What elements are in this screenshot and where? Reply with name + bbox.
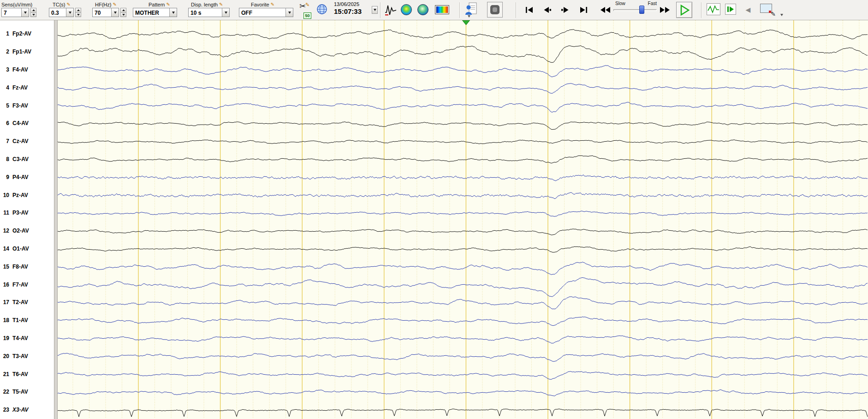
tc-combo[interactable]: 0.3 [49,8,74,17]
channel-label-P3-AV[interactable]: 11P3-AV [0,210,53,217]
patient-info-icon[interactable] [465,2,477,16]
channel-number: 18 [0,317,9,323]
patient-info-dropdown-arrow[interactable] [468,15,470,18]
rewind-button[interactable] [599,3,612,16]
channel-label-T2-AV[interactable]: 17T2-AV [0,299,53,306]
step-back-button[interactable] [541,3,554,16]
eeg-trace-P4-AV [58,175,868,181]
monitor-waveform-icon[interactable] [707,3,720,15]
favorite-label: Favorite [251,2,269,7]
skip-to-end-button[interactable] [577,3,590,16]
channel-number: 10 [0,192,9,198]
waveform-event-icon[interactable] [384,3,397,16]
head-map-icon[interactable] [417,4,428,15]
speed-slider-track[interactable] [613,9,657,11]
favorite-dropdown-arrow[interactable] [285,8,293,17]
channel-label-column: 1Fp2-AV2Fp1-AV3F4-AV4Fz-AV5F3-AV6C4-AV7C… [0,20,54,419]
hf-group: HF(Hz) ✎ 70 [92,1,126,17]
toolbar-separator [380,2,381,18]
favorite-combo[interactable]: OFF [239,8,293,17]
channel-number: 6 [0,120,9,126]
play-button[interactable] [676,2,692,18]
fast-forward-button[interactable] [658,3,672,16]
channel-label-C3-AV[interactable]: 8C3-AV [0,156,53,163]
pattern-value: MOTHER [133,8,169,17]
display-length-group: Disp. length ✎ 10 s [188,1,230,17]
channel-number: 20 [0,353,9,359]
sensitivity-spin-down-button[interactable] [30,13,36,18]
channel-label-T1-AV[interactable]: 18T1-AV [0,317,53,324]
channel-label-F8-AV[interactable]: 15F8-AV [0,263,53,271]
record-date: 13/06/2025 [334,1,371,7]
tc-dropdown-arrow[interactable] [66,8,73,17]
display-length-dropdown-arrow[interactable] [222,8,229,17]
hf-dropdown-arrow[interactable] [111,8,119,17]
speed-slider-thumb[interactable] [639,6,644,14]
channel-name: Fp2-AV [12,30,31,37]
eeg-trace-F8-AV [58,262,868,275]
favorite-group: Favorite ✎ OFF [239,1,293,17]
electrode-map-icon[interactable] [316,4,327,15]
channel-number: 19 [0,335,9,341]
channel-number: 17 [0,299,9,305]
channel-number: 4 [0,84,9,91]
eeg-viewer-window: Sens(uV/mm) 7 TC(s) ✎ 0.3 [0,0,868,419]
auto-play-mode-icon[interactable] [725,4,736,15]
channel-label-Fz-AV[interactable]: 4Fz-AV [0,84,53,92]
channel-name: Cz-AV [12,138,28,144]
channel-name: F8-AV [12,263,28,270]
eeg-trace-canvas[interactable] [58,20,868,419]
tc-spin-down-button[interactable] [75,13,81,18]
channel-label-T4-AV[interactable]: 19T4-AV [0,335,53,342]
eeg-trace-Fp1-AV [58,46,868,62]
channel-label-Fp2-AV[interactable]: 1Fp2-AV [0,30,53,38]
display-length-combo[interactable]: 10 s [188,8,230,17]
skip-to-start-button[interactable] [523,3,536,16]
pattern-dropdown-arrow[interactable] [169,8,177,17]
hf-combo[interactable]: 70 [92,8,119,17]
eeg-trace-T1-AV [58,317,868,326]
pattern-group: Pattern ✎ MOTHER [133,1,177,17]
channel-label-P4-AV[interactable]: 9P4-AV [0,174,53,181]
toolbar-separator [459,2,460,18]
channel-label-Pz-AV[interactable]: 10Pz-AV [0,192,53,199]
pattern-combo[interactable]: MOTHER [133,8,177,17]
tc-spin-up-button[interactable] [75,8,81,13]
notch-filter-badge[interactable]: 50 [303,12,311,19]
channel-label-T3-AV[interactable]: 20T3-AV [0,353,53,360]
sensitivity-combo[interactable]: 7 [1,8,29,17]
favorite-edit-pencil-icon: ✎ [271,2,274,7]
step-forward-button[interactable] [558,3,572,16]
record-time: 15:07:33 [334,7,371,15]
channel-label-F7-AV[interactable]: 16F7-AV [0,281,53,289]
channel-label-O1-AV[interactable]: 14O1-AV [0,245,53,253]
channel-label-F3-AV[interactable]: 5F3-AV [0,102,53,110]
brain-topography-icon[interactable] [401,4,412,15]
channel-name: T3-AV [12,353,28,359]
back-arrow-icon[interactable]: ◀ [743,5,753,15]
video-icon[interactable] [487,2,503,18]
channel-label-X3-AV[interactable]: 23X3-AV [0,407,53,414]
label-splitter[interactable] [54,20,58,419]
screen-edit-icon[interactable]: ✎ [760,3,775,17]
cursor-marker[interactable] [463,20,470,25]
eeg-trace-Pz-AV [58,192,868,198]
sensitivity-spin-up-button[interactable] [30,8,36,13]
channel-name: O1-AV [12,245,29,252]
channel-label-Cz-AV[interactable]: 7Cz-AV [0,138,53,145]
sensitivity-dropdown-arrow[interactable] [21,8,29,17]
channel-label-O2-AV[interactable]: 12O2-AV [0,227,53,235]
hf-spin-up-button[interactable] [120,8,126,13]
toolbar-overflow-arrow[interactable] [780,14,783,16]
datetime-dropdown-arrow[interactable] [372,6,378,14]
speed-fast-label: Fast [648,1,657,6]
channel-label-T6-AV[interactable]: 21T6-AV [0,371,53,378]
channel-name: F7-AV [12,281,28,288]
hf-spin-down-button[interactable] [120,13,126,18]
channel-name: P4-AV [12,174,28,180]
channel-label-F4-AV[interactable]: 3F4-AV [0,66,53,74]
channel-label-C4-AV[interactable]: 6C4-AV [0,120,53,127]
colormap-scale-icon[interactable] [435,5,449,14]
channel-label-Fp1-AV[interactable]: 2Fp1-AV [0,48,53,56]
channel-label-T5-AV[interactable]: 22T5-AV [0,389,53,396]
